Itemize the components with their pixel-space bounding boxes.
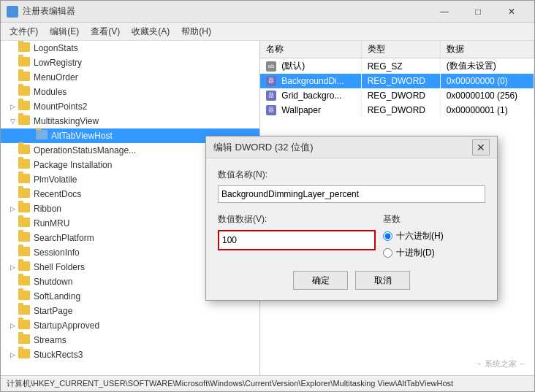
table-row[interactable]: 器 Grid_backgro... REG_DWORD 0x00000100 (… <box>260 88 534 103</box>
tree-label: SoftLanding <box>34 291 80 301</box>
window-title: 注册表编辑器 <box>23 5 428 18</box>
tree-label: Modules <box>34 87 67 97</box>
close-button[interactable]: ✕ <box>495 1 528 23</box>
table-row[interactable]: ab (默认) REG_SZ (数值未设置) <box>260 58 534 74</box>
tree-label: SearchPlatform <box>34 233 94 243</box>
table-row[interactable]: 器 BackgroundDi... REG_DWORD 0x00000000 (… <box>260 74 534 88</box>
dialog-body: 数值名称(N): 数值数据(V): 基数 十六进制(H) <box>206 158 497 300</box>
menu-edit[interactable]: 编辑(E) <box>44 23 85 40</box>
dialog-value-section: 数值数据(V): <box>218 213 376 259</box>
dialog-name-label: 数值名称(N): <box>218 169 485 181</box>
dialog-name-input[interactable] <box>218 185 485 203</box>
radio-dec[interactable] <box>383 248 392 258</box>
cell-type: REG_SZ <box>361 58 440 74</box>
reg-dword-icon: 器 <box>266 76 276 86</box>
menu-help[interactable]: 帮助(H) <box>175 23 217 40</box>
tree-label: StuckRects3 <box>34 350 83 360</box>
wallpaper-label: Wallpaper <box>281 105 321 115</box>
folder-icon <box>18 232 31 244</box>
reg-sz-icon: ab <box>266 61 276 72</box>
dialog-cancel-button[interactable]: 取消 <box>355 271 410 290</box>
expand-icon: ▷ <box>7 103 18 110</box>
maximize-button[interactable]: □ <box>461 1 495 23</box>
tree-label: AltTabViewHost <box>51 131 113 141</box>
expand-icon: ▷ <box>7 351 18 358</box>
svg-rect-2 <box>8 12 12 16</box>
tree-item-multitaskingview[interactable]: ▽ MultitaskingView <box>1 114 259 128</box>
folder-icon <box>18 188 31 200</box>
cell-data: 0x00000000 (0) <box>440 74 534 88</box>
folder-icon <box>18 349 31 361</box>
folder-icon <box>18 334 31 346</box>
folder-icon <box>18 203 31 215</box>
tree-item-mountpoints2[interactable]: ▷ MountPoints2 <box>1 99 259 114</box>
cell-data: 0x00000100 (256) <box>440 88 534 103</box>
reg-dword-icon: 器 <box>266 91 276 101</box>
tree-item-startpage[interactable]: StartPage <box>1 304 259 318</box>
dialog-ok-button[interactable]: 确定 <box>293 271 348 290</box>
window-controls: — □ ✕ <box>428 1 528 23</box>
tree-label: StartPage <box>34 306 72 316</box>
radio-hex-label[interactable]: 十六进制(H) <box>383 230 485 242</box>
tree-item-streams[interactable]: Streams <box>1 333 259 347</box>
cell-name: 器 BackgroundDi... <box>260 74 361 88</box>
app-icon <box>7 6 18 18</box>
cell-type: REG_DWORD <box>361 88 440 103</box>
folder-icon <box>18 72 31 83</box>
menu-file[interactable]: 文件(F) <box>4 23 44 40</box>
radio-group: 十六进制(H) 十进制(D) <box>383 230 485 259</box>
folder-icon <box>18 42 31 54</box>
cell-data: (数值未设置) <box>440 58 534 74</box>
dialog-title-text: 编辑 DWORD (32 位值) <box>213 141 472 154</box>
svg-rect-0 <box>8 7 12 11</box>
menu-favorites[interactable]: 收藏夹(A) <box>126 23 175 40</box>
expand-icon: ▷ <box>7 264 18 271</box>
folder-icon <box>18 247 31 258</box>
tree-item-menuorder[interactable]: MenuOrder <box>1 70 259 85</box>
title-bar: 注册表编辑器 — □ ✕ <box>1 1 534 23</box>
tree-item-logonstats[interactable]: LogonStats <box>1 41 259 55</box>
status-text: 计算机\HKEY_CURRENT_USER\SOFTWARE\Microsoft… <box>7 378 453 389</box>
tree-label: PlmVolatile <box>34 174 77 185</box>
dialog-value-input[interactable] <box>218 230 376 250</box>
tree-label: MountPoints2 <box>34 101 87 112</box>
tree-label: Ribbon <box>34 204 61 214</box>
tree-label: MultitaskingView <box>34 116 99 126</box>
radio-dec-label[interactable]: 十进制(D) <box>383 247 485 259</box>
col-data: 数据 <box>440 41 534 58</box>
radio-hex[interactable] <box>383 231 392 241</box>
folder-icon <box>18 291 31 302</box>
cell-type: REG_DWORD <box>361 103 440 118</box>
tree-item-startupapproved[interactable]: ▷ StartupApproved <box>1 318 259 333</box>
col-type: 类型 <box>361 41 440 58</box>
dialog-close-button[interactable]: ✕ <box>472 139 490 155</box>
tree-item-lowregistry[interactable]: LowRegistry <box>1 55 259 70</box>
folder-icon <box>18 218 31 229</box>
cell-name: 器 Wallpaper <box>260 103 361 118</box>
dialog-value-label: 数值数据(V): <box>218 213 376 226</box>
table-row[interactable]: 器 Wallpaper REG_DWORD 0x00000001 (1) <box>260 103 534 118</box>
minimize-button[interactable]: — <box>428 1 461 23</box>
expand-icon: ▷ <box>7 205 18 212</box>
edit-dword-dialog: 编辑 DWORD (32 位值) ✕ 数值名称(N): 数值数据(V): 基数 <box>205 136 498 301</box>
dialog-value-row: 数值数据(V): 基数 十六进制(H) 十进制(D) <box>218 213 485 259</box>
registry-table: 名称 类型 数据 ab (默认) REG_SZ (数值未设置) <box>260 41 534 118</box>
cell-name: ab (默认) <box>260 58 361 74</box>
svg-rect-3 <box>13 12 17 16</box>
tree-label: OperationStatusManage... <box>34 145 136 155</box>
menu-bar: 文件(F) 编辑(E) 查看(V) 收藏夹(A) 帮助(H) <box>1 23 534 41</box>
folder-icon <box>18 159 31 171</box>
tree-item-stuckrects3[interactable]: ▷ StuckRects3 <box>1 347 259 362</box>
tree-item-modules[interactable]: Modules <box>1 85 259 99</box>
folder-icon <box>18 101 31 112</box>
radio-hex-text: 十六进制(H) <box>396 230 444 242</box>
tree-label: SessionInfo <box>34 247 80 258</box>
col-name: 名称 <box>260 41 361 58</box>
tree-label: LowRegistry <box>34 58 82 68</box>
tree-label: StartupApproved <box>34 320 99 331</box>
dialog-buttons: 确定 取消 <box>218 271 485 290</box>
tree-label: RecentDocs <box>34 189 81 199</box>
menu-view[interactable]: 查看(V) <box>85 23 126 40</box>
folder-icon <box>18 145 31 156</box>
status-bar: 计算机\HKEY_CURRENT_USER\SOFTWARE\Microsoft… <box>1 375 534 391</box>
